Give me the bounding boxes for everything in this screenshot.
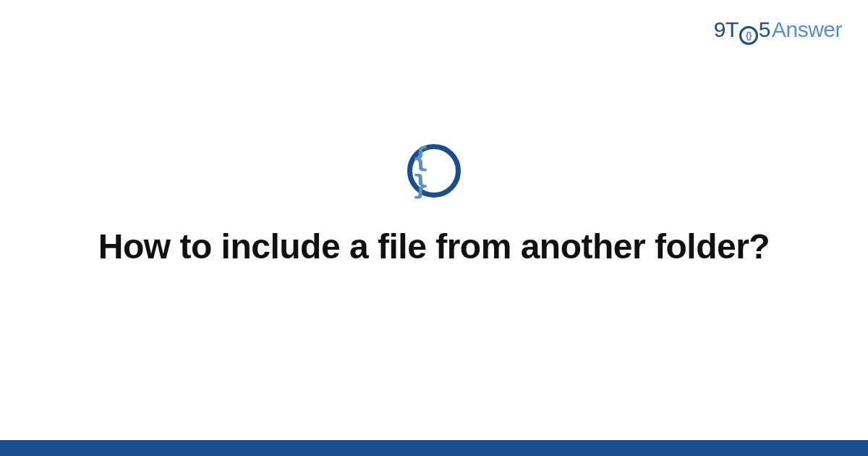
main-content: { } How to include a file from another f…: [0, 0, 868, 456]
category-braces-icon: { }: [407, 144, 461, 198]
footer-accent-bar: [0, 440, 868, 456]
question-title: How to include a file from another folde…: [98, 225, 770, 269]
